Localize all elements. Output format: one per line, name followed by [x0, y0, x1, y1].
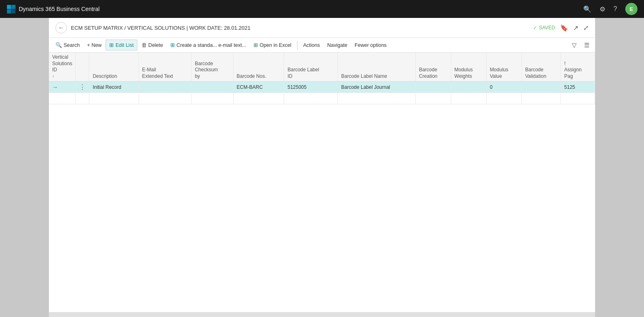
- cell-barcode-label-id[interactable]: 5125005: [284, 81, 337, 93]
- svg-rect-1: [11, 5, 15, 9]
- cell-email-ext-empty[interactable]: [139, 93, 191, 104]
- cell-barcode-nos[interactable]: ECM-BARC: [233, 81, 284, 93]
- table-row: → ⋮ Initial Record ECM-BARC 5125005 Barc…: [49, 81, 595, 93]
- toolbar: 🔍 Search + New ⊞ Edit List 🗑 Delete ⊞ Cr…: [49, 38, 595, 53]
- cell-barcode-checksum-empty[interactable]: [191, 93, 233, 104]
- cell-description-empty[interactable]: [89, 93, 139, 104]
- cell-description[interactable]: Initial Record: [89, 81, 139, 93]
- toolbar-right: ▽ ☰: [569, 40, 592, 51]
- share-button[interactable]: ↗: [573, 24, 578, 32]
- filter-button[interactable]: ▽: [569, 40, 579, 51]
- th-barcode-checksum[interactable]: BarcodeChecksumby: [191, 53, 233, 81]
- cell-arrow: →: [49, 81, 76, 93]
- th-barcode-label-name[interactable]: Barcode Label Name: [337, 53, 415, 81]
- fewer-options-label: Fewer options: [355, 42, 387, 48]
- page-header-actions: ✓ SAVED 🔖 ↗ ⤢: [533, 24, 589, 32]
- toolbar-separator-1: [297, 41, 298, 50]
- cell-dots[interactable]: ⋮: [76, 81, 89, 93]
- cell-barcode-label-name-empty[interactable]: [337, 93, 415, 104]
- cell-modulus-weights[interactable]: [451, 81, 486, 93]
- cell-barcode-checksum[interactable]: [191, 81, 233, 93]
- cell-barcode-label-id-empty[interactable]: [284, 93, 337, 104]
- settings-icon[interactable]: ⚙: [600, 5, 605, 13]
- cell-modulus-value[interactable]: 0: [486, 81, 522, 93]
- cell-assign-pag[interactable]: 5125: [561, 81, 595, 93]
- edit-list-icon: ⊞: [109, 42, 114, 48]
- user-avatar[interactable]: E: [625, 3, 637, 15]
- new-button[interactable]: + New: [84, 40, 105, 50]
- app-logo: [7, 4, 15, 13]
- data-table: VerticalSolutions ID ↑ Description E-Mai…: [49, 53, 595, 104]
- horizontal-scrollbar[interactable]: [49, 312, 595, 317]
- app-title-area: Dynamics 365 Business Central: [7, 4, 99, 13]
- cell-barcode-label-name[interactable]: Barcode Label Journal: [337, 81, 415, 93]
- delete-icon: 🗑: [141, 42, 147, 48]
- cell-barcode-creation-empty[interactable]: [415, 93, 451, 104]
- create-standard-button[interactable]: ⊞ Create a standa... e-mail text...: [167, 40, 249, 50]
- cell-assign-pag-empty[interactable]: [561, 93, 595, 104]
- create-standard-label: Create a standa... e-mail text...: [176, 42, 246, 48]
- topbar-right-actions: 🔍 ⚙ ? E: [583, 3, 637, 15]
- back-button[interactable]: ←: [55, 22, 67, 33]
- open-in-excel-label: Open in Excel: [260, 42, 291, 48]
- column-settings-button[interactable]: ☰: [582, 40, 592, 51]
- main-wrapper: ← ECM SETUP MATRIX / VERTICAL SOLUTIONS …: [0, 18, 644, 317]
- open-in-excel-button[interactable]: ⊞ Open in Excel: [250, 40, 295, 50]
- expand-button[interactable]: ⤢: [583, 24, 589, 32]
- th-barcode-creation[interactable]: BarcodeCreation: [415, 53, 451, 81]
- saved-indicator: ✓ SAVED: [533, 25, 555, 31]
- cell-modulus-weights-empty[interactable]: [451, 93, 486, 104]
- checkmark-icon: ✓: [533, 25, 537, 31]
- fewer-options-button[interactable]: Fewer options: [351, 40, 390, 50]
- bookmark-button[interactable]: 🔖: [560, 24, 568, 32]
- actions-button[interactable]: Actions: [300, 40, 323, 50]
- table-header: VerticalSolutions ID ↑ Description E-Mai…: [49, 53, 595, 81]
- navigate-button[interactable]: Navigate: [324, 40, 351, 50]
- page-header: ← ECM SETUP MATRIX / VERTICAL SOLUTIONS …: [49, 18, 595, 38]
- help-icon[interactable]: ?: [613, 5, 617, 13]
- cell-modulus-value-empty[interactable]: [486, 93, 522, 104]
- navigate-label: Navigate: [327, 42, 347, 48]
- cell-dots-empty: [76, 93, 89, 104]
- global-search-icon[interactable]: 🔍: [583, 5, 591, 13]
- th-barcode-nos[interactable]: Barcode Nos.: [233, 53, 284, 81]
- th-dots: [76, 53, 89, 81]
- sort-arrow-vs-id: ↑: [52, 74, 54, 79]
- delete-label: Delete: [148, 42, 163, 48]
- new-label: + New: [87, 42, 102, 48]
- edit-list-button[interactable]: ⊞ Edit List: [106, 40, 137, 51]
- th-modulus-value[interactable]: ModulusValue: [486, 53, 522, 81]
- table-body: → ⋮ Initial Record ECM-BARC 5125005 Barc…: [49, 81, 595, 104]
- svg-rect-3: [11, 9, 15, 13]
- cell-email-ext[interactable]: [139, 81, 191, 93]
- delete-button[interactable]: 🗑 Delete: [138, 40, 166, 50]
- th-assign-pag[interactable]: !AssignnPag: [561, 53, 595, 81]
- th-description[interactable]: Description: [89, 53, 139, 81]
- cell-barcode-validation[interactable]: [522, 81, 561, 93]
- table-area: VerticalSolutions ID ↑ Description E-Mai…: [49, 53, 595, 312]
- th-vs-id[interactable]: VerticalSolutions ID ↑: [49, 53, 76, 81]
- create-standard-icon: ⊞: [170, 42, 175, 48]
- topbar: Dynamics 365 Business Central 🔍 ⚙ ? E: [0, 0, 644, 18]
- cell-barcode-validation-empty[interactable]: [522, 93, 561, 104]
- search-label: Search: [64, 42, 80, 48]
- search-button[interactable]: 🔍 Search: [52, 40, 83, 50]
- th-email-ext[interactable]: E-MailExtended Text: [139, 53, 191, 81]
- th-barcode-validation[interactable]: BarcodeValidation: [522, 53, 561, 81]
- cell-barcode-creation[interactable]: [415, 81, 451, 93]
- saved-label: SAVED: [539, 25, 555, 31]
- th-modulus-weights[interactable]: ModulusWeights: [451, 53, 486, 81]
- table-row: [49, 93, 595, 104]
- cell-barcode-nos-empty[interactable]: [233, 93, 284, 104]
- search-toolbar-icon: 🔍: [55, 42, 62, 48]
- app-name: Dynamics 365 Business Central: [19, 6, 99, 12]
- page-title: ECM SETUP MATRIX / VERTICAL SOLUTIONS | …: [71, 25, 529, 31]
- actions-label: Actions: [303, 42, 320, 48]
- sidebar-left: [0, 18, 49, 317]
- th-barcode-label-id[interactable]: Barcode LabelID: [284, 53, 337, 81]
- excel-icon: ⊞: [254, 42, 258, 48]
- edit-list-label: Edit List: [115, 42, 133, 48]
- svg-rect-0: [7, 5, 11, 9]
- cell-arrow-empty: [49, 93, 76, 104]
- svg-rect-2: [7, 9, 11, 13]
